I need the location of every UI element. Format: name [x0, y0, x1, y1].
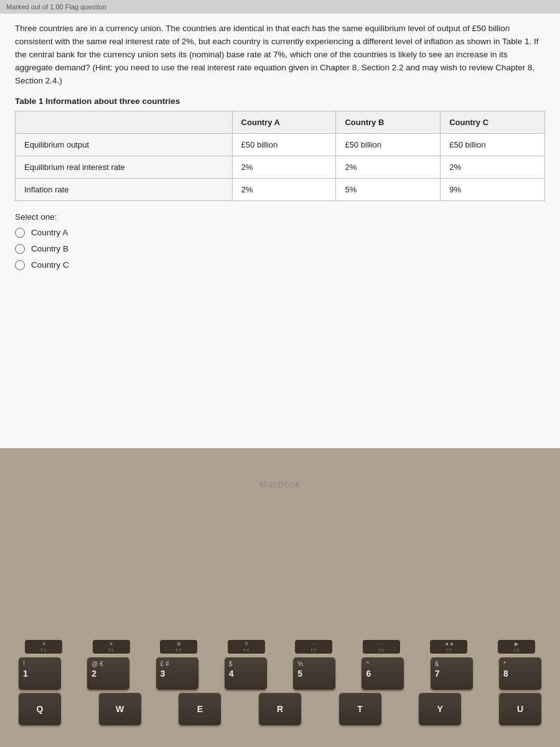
fn-label-F8: F8: [513, 647, 519, 653]
fn-key-F3[interactable]: ⊞ F3: [160, 640, 197, 654]
row-label-eq-output: Equilibrium output: [16, 133, 233, 156]
keyboard-backlight-down-icon: ···: [312, 641, 316, 647]
key-Y[interactable]: Y: [419, 693, 461, 725]
laptop-body: MacBook ☀ F1 ☀ F2 ⊞ F3 ⠿ F4 ··· F5: [0, 448, 560, 747]
play-pause-icon: ▶: [515, 641, 518, 647]
key-6[interactable]: ^ 6: [362, 657, 404, 690]
fn-key-F5[interactable]: ··· F5: [295, 640, 332, 654]
cell-eq-rate-B: 2%: [336, 156, 441, 178]
key-3[interactable]: £ # 3: [156, 657, 198, 690]
question-body: Three countries are in a currency union.…: [15, 22, 545, 88]
radio-option-C[interactable]: Country C: [15, 260, 545, 270]
table-row: Inflation rate 2% 5% 9%: [16, 178, 545, 200]
cell-eq-output-C: £50 billion: [441, 133, 545, 156]
key-7-num: 7: [435, 669, 440, 679]
top-bar-text: Marked out of 1.00 Flag question: [6, 3, 106, 11]
radio-label-C: Country C: [31, 260, 69, 270]
cell-eq-output-A: £50 billion: [232, 133, 336, 156]
key-R[interactable]: R: [259, 693, 301, 725]
content-area: Three countries are in a currency union.…: [0, 14, 560, 448]
fn-key-F2[interactable]: ☀ F2: [93, 640, 130, 654]
col-header-countryC: Country C: [441, 111, 545, 133]
keyboard-area: ☀ F1 ☀ F2 ⊞ F3 ⠿ F4 ··· F5 ··· F6: [0, 640, 560, 728]
fn-key-F7[interactable]: ◄◄ F7: [430, 640, 467, 654]
radio-label-B: Country B: [31, 244, 68, 253]
letter-row-q: Q W E R T Y U: [19, 693, 541, 725]
fn-key-F4[interactable]: ⠿ F4: [228, 640, 265, 654]
col-header-countryB: Country B: [336, 111, 441, 133]
key-2-sym: @ €: [91, 660, 103, 667]
key-2[interactable]: @ € 2: [87, 657, 129, 690]
select-label: Select one:: [15, 212, 545, 222]
radio-option-A[interactable]: Country A: [15, 228, 545, 238]
row-label-inflation: Inflation rate: [16, 178, 233, 200]
fn-row: ☀ F1 ☀ F2 ⊞ F3 ⠿ F4 ··· F5 ··· F6: [19, 640, 541, 654]
radio-option-B[interactable]: Country B: [15, 244, 545, 254]
rewind-icon: ◄◄: [444, 641, 454, 647]
key-4[interactable]: $ 4: [225, 657, 267, 690]
key-5-num: 5: [297, 669, 302, 679]
cell-inflation-C: 9%: [441, 178, 545, 200]
mission-control-icon: ⊞: [177, 641, 181, 647]
fn-label-F5: F5: [311, 647, 317, 653]
fn-label-F4: F4: [243, 647, 249, 653]
key-U[interactable]: U: [499, 693, 541, 725]
row-label-eq-rate: Equilibrium real interest rate: [16, 156, 233, 178]
cell-eq-rate-A: 2%: [232, 156, 336, 178]
key-T[interactable]: T: [339, 693, 381, 725]
fn-label-F2: F2: [108, 647, 114, 653]
key-Q[interactable]: Q: [19, 693, 61, 725]
table-row: Equilibrium real interest rate 2% 2% 2%: [16, 156, 545, 178]
key-8[interactable]: * 8: [499, 657, 541, 690]
cell-inflation-B: 5%: [336, 178, 441, 200]
key-5[interactable]: % 5: [293, 657, 335, 690]
info-table: Country A Country B Country C Equilibriu…: [15, 111, 545, 201]
key-7-sym: &: [435, 660, 439, 667]
fn-key-F1[interactable]: ☀ F1: [25, 640, 62, 654]
key-2-num: 2: [91, 669, 96, 679]
key-5-sym: %: [297, 660, 303, 667]
key-7[interactable]: & 7: [431, 657, 473, 690]
col-header-countryA: Country A: [232, 111, 336, 133]
macbook-label: MacBook: [259, 479, 300, 489]
radio-circle-B[interactable]: [15, 244, 25, 254]
radio-circle-C[interactable]: [15, 260, 25, 270]
brightness-up-icon: ☀: [109, 641, 113, 647]
fn-label-F1: F1: [40, 647, 46, 653]
fn-label-F6: F6: [378, 647, 384, 653]
key-1-num: 1: [23, 669, 28, 679]
cell-eq-output-B: £50 billion: [336, 133, 441, 156]
key-1[interactable]: ! 1: [19, 657, 61, 690]
key-6-sym: ^: [366, 660, 369, 667]
radio-label-A: Country A: [31, 228, 68, 237]
table-row: Equilibrium output £50 billion £50 billi…: [16, 133, 545, 156]
key-6-num: 6: [366, 669, 371, 679]
table-label: Table 1 Information about three countrie…: [15, 96, 545, 106]
fn-label-F7: F7: [446, 647, 452, 653]
key-3-num: 3: [161, 669, 166, 679]
key-W[interactable]: W: [99, 693, 141, 725]
cell-inflation-A: 2%: [232, 178, 336, 200]
radio-circle-A[interactable]: [15, 228, 25, 238]
key-4-num: 4: [229, 669, 234, 679]
cell-eq-rate-C: 2%: [441, 156, 545, 178]
top-bar: Marked out of 1.00 Flag question: [0, 0, 560, 14]
col-header-empty: [16, 111, 233, 133]
number-row: ! 1 @ € 2 £ # 3 $ 4 % 5 ^ 6: [19, 657, 541, 690]
keyboard-backlight-up-icon: ···: [379, 641, 383, 647]
key-1-sym: !: [23, 660, 25, 667]
fn-key-F8[interactable]: ▶ F8: [498, 640, 535, 654]
fn-label-F3: F3: [175, 647, 181, 653]
key-3-sym: £ #: [161, 660, 169, 667]
fn-key-F6[interactable]: ··· F6: [363, 640, 400, 654]
launchpad-icon: ⠿: [245, 641, 248, 647]
key-E[interactable]: E: [179, 693, 221, 725]
key-4-sym: $: [229, 660, 233, 667]
brightness-down-icon: ☀: [42, 641, 46, 647]
key-8-sym: *: [503, 660, 506, 667]
key-8-num: 8: [503, 669, 508, 679]
